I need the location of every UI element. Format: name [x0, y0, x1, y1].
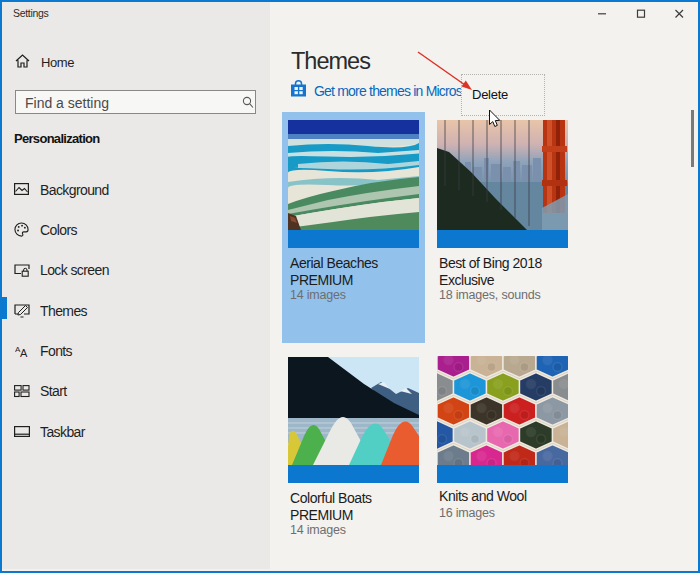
svg-text:A: A	[20, 347, 28, 358]
